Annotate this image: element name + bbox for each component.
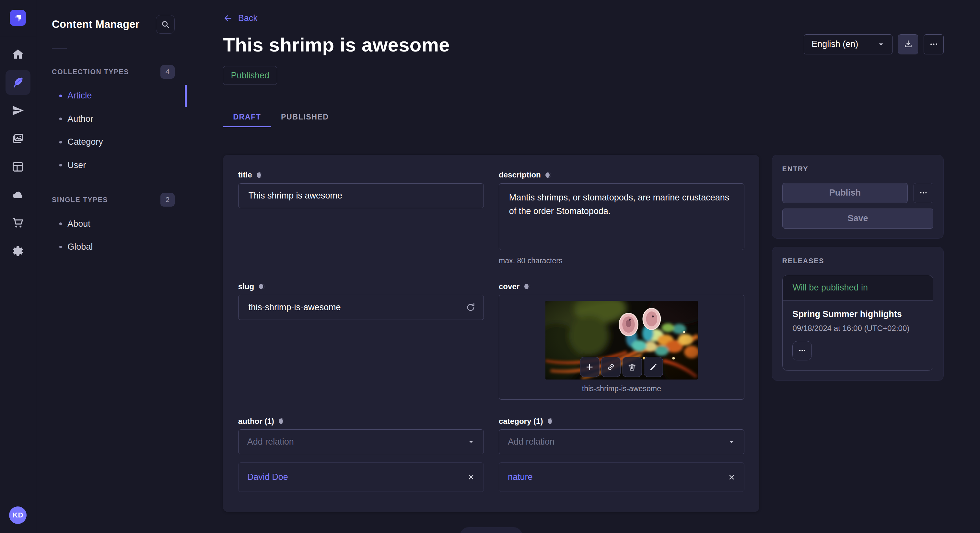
- bullet-icon: [59, 117, 62, 120]
- remove-relation-icon[interactable]: [728, 473, 735, 481]
- cover-asset-card: this-shrimp-is-awesome: [499, 295, 745, 400]
- field-category: category (1) Add relation nature: [499, 417, 745, 492]
- release-card: Will be published in Spring Summer highl…: [782, 275, 934, 370]
- marketplace-cart-icon[interactable]: [5, 211, 30, 235]
- ellipsis-icon: [798, 346, 807, 355]
- globe-icon: [523, 283, 531, 290]
- cloud-icon[interactable]: [5, 182, 30, 207]
- single-types-label: SINGLE TYPES: [52, 196, 108, 204]
- category-relation-combobox[interactable]: Add relation: [499, 429, 745, 454]
- release-date: 09/18/2024 at 16:00 (UTC+02:00): [792, 324, 923, 333]
- tab-published[interactable]: PUBLISHED: [271, 108, 339, 126]
- bullet-icon: [59, 95, 62, 97]
- entry-more-button[interactable]: [913, 183, 934, 203]
- ellipsis-icon: [929, 39, 939, 49]
- back-link[interactable]: Back: [223, 13, 257, 23]
- back-arrow-icon: [223, 13, 233, 23]
- sidebar-item-global[interactable]: Global: [36, 235, 186, 259]
- sidebar-item-author[interactable]: Author: [36, 108, 186, 130]
- author-relation-item: David Doe: [238, 462, 484, 492]
- version-tabs: DRAFT PUBLISHED: [223, 108, 944, 126]
- bullet-icon: [59, 246, 62, 248]
- content-manager-sidebar: Content Manager COLLECTION TYPES 4 Artic…: [36, 0, 186, 533]
- sidebar-item-about[interactable]: About: [36, 213, 186, 235]
- copy-link-button[interactable]: [601, 357, 620, 377]
- collection-types-label: COLLECTION TYPES: [52, 68, 129, 76]
- field-cover: cover: [499, 282, 745, 400]
- user-area: KD: [9, 506, 27, 524]
- regenerate-slug-icon[interactable]: [466, 303, 476, 313]
- category-relation-item: nature: [499, 462, 745, 492]
- single-types-section: SINGLE TYPES 2 About Global: [36, 193, 186, 259]
- bullet-icon: [59, 141, 62, 143]
- relation-link[interactable]: nature: [508, 472, 533, 482]
- bullet-icon: [59, 164, 62, 167]
- releases-panel-title: RELEASES: [782, 257, 934, 265]
- bullet-icon: [59, 222, 62, 225]
- add-asset-button[interactable]: [580, 357, 600, 377]
- trash-icon: [627, 362, 637, 372]
- sidebar-item-category[interactable]: Category: [36, 130, 186, 154]
- cover-filename: this-shrimp-is-awesome: [582, 384, 661, 393]
- chevron-down-icon: [877, 40, 885, 48]
- content-type-builder-layout-icon[interactable]: [5, 154, 30, 179]
- entry-panel: ENTRY Publish Save: [772, 155, 944, 239]
- publish-button[interactable]: Publish: [782, 183, 908, 203]
- media-library-images-icon[interactable]: [5, 126, 30, 151]
- slug-input[interactable]: [238, 295, 484, 320]
- release-status: Will be published in: [783, 275, 933, 300]
- content-manager-feather-icon[interactable]: [5, 70, 30, 95]
- globe-icon: [544, 171, 552, 179]
- pencil-icon: [649, 362, 658, 372]
- remove-relation-icon[interactable]: [467, 473, 475, 481]
- edit-asset-button[interactable]: [644, 357, 663, 377]
- collection-types-count-badge: 4: [161, 65, 175, 79]
- field-slug: slug: [238, 282, 484, 400]
- plus-icon: [585, 362, 594, 372]
- nav-rail: KD: [0, 0, 36, 533]
- chevron-down-icon: [467, 438, 475, 446]
- cover-image[interactable]: [546, 301, 698, 379]
- description-textarea[interactable]: Mantis shrimps, or stomatopods, are mari…: [499, 183, 745, 250]
- ellipsis-icon: [919, 188, 928, 198]
- export-download-button[interactable]: [898, 34, 918, 54]
- header-actions: English (en): [804, 34, 944, 54]
- sidebar-title: Content Manager: [52, 18, 140, 30]
- strapi-admin: KD Content Manager COLLECTION TYPES 4 Ar…: [0, 0, 980, 533]
- locale-select[interactable]: English (en): [804, 34, 892, 54]
- home-icon[interactable]: [5, 42, 30, 67]
- strapi-logo-icon[interactable]: [10, 10, 26, 26]
- settings-gear-icon[interactable]: [5, 239, 30, 263]
- title-input[interactable]: [238, 183, 484, 208]
- download-icon: [903, 39, 913, 49]
- author-relation-combobox[interactable]: Add relation: [238, 429, 484, 454]
- entry-form-card: title description Mantis shrimps, or sto…: [223, 155, 759, 512]
- single-types-count-badge: 2: [161, 193, 175, 206]
- field-author: author (1) Add relation David Doe: [238, 417, 484, 492]
- globe-icon: [278, 417, 285, 425]
- deploy-paper-plane-icon[interactable]: [5, 98, 30, 123]
- sidebar-divider: [52, 48, 67, 49]
- releases-panel: RELEASES Will be published in Spring Sum…: [772, 247, 944, 381]
- more-actions-button[interactable]: [924, 34, 944, 54]
- chevron-down-icon: [728, 438, 735, 446]
- collection-types-section: COLLECTION TYPES 4 Article Author Catego…: [36, 65, 186, 177]
- release-more-button[interactable]: [792, 341, 812, 360]
- rail-nav: [5, 42, 30, 266]
- release-name: Spring Summer highlights: [792, 309, 923, 319]
- user-avatar[interactable]: KD: [9, 506, 27, 524]
- search-button[interactable]: [156, 15, 175, 34]
- logo-area: [0, 0, 36, 36]
- sidebar-item-user[interactable]: User: [36, 154, 186, 176]
- sidebar-item-article[interactable]: Article: [36, 84, 186, 107]
- tab-draft[interactable]: DRAFT: [223, 108, 271, 126]
- field-title: title: [238, 170, 484, 265]
- globe-icon: [547, 417, 554, 425]
- delete-asset-button[interactable]: [622, 357, 642, 377]
- globe-icon: [256, 171, 263, 179]
- relation-link[interactable]: David Doe: [247, 472, 288, 482]
- cover-actions: [580, 357, 663, 377]
- entry-panel-title: ENTRY: [782, 165, 934, 173]
- save-button[interactable]: Save: [782, 209, 934, 228]
- status-badge: Published: [223, 66, 277, 85]
